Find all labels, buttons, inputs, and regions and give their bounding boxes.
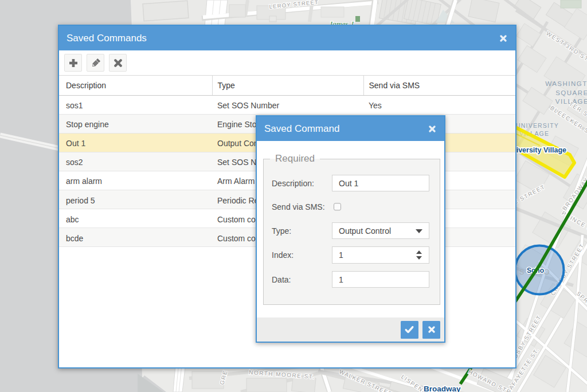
svg-text:Broadway: Broadway — [424, 385, 461, 392]
svg-text:SQUARE: SQUARE — [555, 89, 587, 96]
svg-text:UNIVERSITY: UNIVERSITY — [516, 122, 559, 129]
svg-text:WASHINGTON: WASHINGTON — [545, 80, 587, 87]
